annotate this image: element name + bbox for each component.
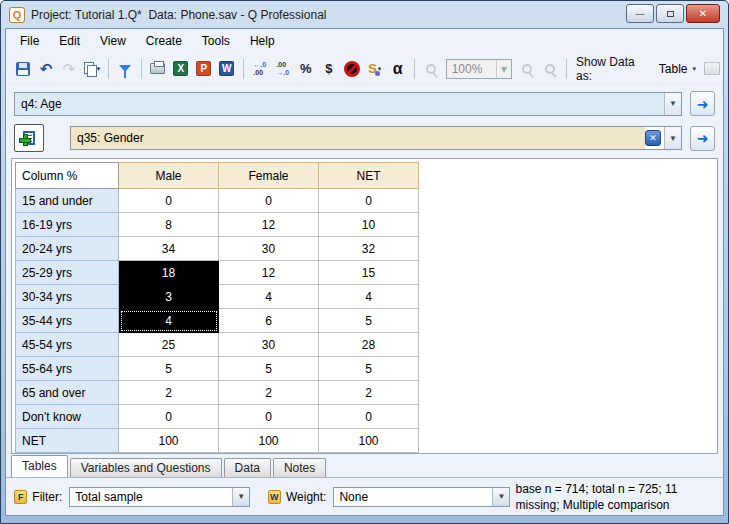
close-button[interactable]: ✕ xyxy=(686,4,720,23)
table-cell[interactable]: 8 xyxy=(119,213,219,237)
export-table-button[interactable] xyxy=(701,58,723,80)
table-cell[interactable]: 5 xyxy=(119,357,219,381)
column-header-female[interactable]: Female xyxy=(219,163,319,189)
table-cell[interactable]: 4 xyxy=(319,285,419,309)
menu-help[interactable]: Help xyxy=(240,29,285,54)
minimize-button[interactable]: — xyxy=(626,4,654,23)
tab-notes[interactable]: Notes xyxy=(273,458,326,477)
menu-file[interactable]: File xyxy=(10,29,49,54)
alpha-icon: α xyxy=(393,61,403,77)
title-bar[interactable]: Q Project: Tutorial 1.Q* Data: Phone.sav… xyxy=(5,1,724,28)
primary-question-value: q4: Age xyxy=(15,93,664,115)
weight-dropdown[interactable]: None ▼ xyxy=(333,487,510,507)
add-question-button[interactable] xyxy=(14,124,44,152)
filter-dropdown[interactable]: Total sample ▼ xyxy=(69,487,250,507)
significance-color-button[interactable]: S▾ xyxy=(364,58,386,80)
primary-question-dropdown[interactable]: q4: Age ▼ xyxy=(14,92,682,116)
filter-button[interactable] xyxy=(114,58,136,80)
table-cell[interactable]: 15 xyxy=(319,261,419,285)
redo-icon: ↷ xyxy=(63,61,76,76)
menu-view[interactable]: View xyxy=(90,29,136,54)
table-cell[interactable]: 100 xyxy=(219,429,319,453)
table-cell[interactable]: 2 xyxy=(219,381,319,405)
maximize-button[interactable] xyxy=(656,4,684,23)
row-label[interactable]: NET xyxy=(16,429,119,453)
apply-secondary-question-button[interactable]: ➜ xyxy=(690,126,715,151)
alpha-button[interactable]: α xyxy=(387,58,409,80)
table-cell[interactable]: 5 xyxy=(319,309,419,333)
secondary-question-dropdown[interactable]: q35: Gender ✕ ▼ xyxy=(70,126,682,150)
table-cell[interactable]: 2 xyxy=(319,381,419,405)
zoom-in-button[interactable] xyxy=(516,58,538,80)
currency-button[interactable]: $ xyxy=(318,58,340,80)
tab-variables-and-questions[interactable]: Variables and Questions xyxy=(70,458,222,477)
row-label[interactable]: 30-34 yrs xyxy=(16,285,119,309)
chevron-down-icon[interactable]: ▼ xyxy=(232,488,249,506)
table-cell[interactable]: 5 xyxy=(319,357,419,381)
table-cell[interactable]: 0 xyxy=(319,405,419,429)
menu-create[interactable]: Create xyxy=(136,29,192,54)
table-cell[interactable]: 12 xyxy=(219,261,319,285)
undo-button[interactable]: ↶ xyxy=(35,58,57,80)
row-label[interactable]: 16-19 yrs xyxy=(16,213,119,237)
menu-edit[interactable]: Edit xyxy=(49,29,90,54)
zoom-selection-button[interactable] xyxy=(539,58,561,80)
redo-button[interactable]: ↷ xyxy=(58,58,80,80)
zoom-out-button[interactable] xyxy=(420,58,442,80)
table-cell[interactable]: 30 xyxy=(219,333,319,357)
print-button[interactable] xyxy=(147,58,169,80)
row-label[interactable]: 65 and over xyxy=(16,381,119,405)
table-cell[interactable]: 0 xyxy=(119,189,219,213)
table-cell[interactable]: 0 xyxy=(219,189,319,213)
table-cell[interactable]: 3 xyxy=(119,285,219,309)
table-cell[interactable]: 28 xyxy=(319,333,419,357)
table-cell[interactable]: 10 xyxy=(319,213,419,237)
show-data-as-dropdown[interactable]: Table ▾ xyxy=(655,60,700,78)
chevron-down-icon[interactable]: ▼ xyxy=(664,93,681,115)
table-cell[interactable]: 0 xyxy=(119,405,219,429)
percent-button[interactable]: % xyxy=(295,58,317,80)
table-cell[interactable]: 30 xyxy=(219,237,319,261)
table-cell[interactable]: 100 xyxy=(119,429,219,453)
tab-data[interactable]: Data xyxy=(224,458,271,477)
row-label[interactable]: 20-24 yrs xyxy=(16,237,119,261)
significance-off-button[interactable] xyxy=(341,58,363,80)
table-cell[interactable]: 12 xyxy=(219,213,319,237)
table-cell[interactable]: 34 xyxy=(119,237,219,261)
remove-question-button[interactable]: ✕ xyxy=(645,130,661,146)
table-cell[interactable]: 2 xyxy=(119,381,219,405)
menu-tools[interactable]: Tools xyxy=(192,29,240,54)
table-cell[interactable]: 6 xyxy=(219,309,319,333)
chevron-down-icon[interactable]: ▼ xyxy=(492,488,509,506)
row-label[interactable]: 25-29 yrs xyxy=(16,261,119,285)
table-cell[interactable]: 4 xyxy=(219,285,319,309)
row-label[interactable]: 45-54 yrs xyxy=(16,333,119,357)
table-cell[interactable]: 0 xyxy=(319,189,419,213)
table-cell[interactable]: 0 xyxy=(219,405,319,429)
zoom-level-combobox[interactable]: 100% ▾ xyxy=(446,59,512,79)
table-cell[interactable]: 4 xyxy=(119,309,219,333)
chevron-down-icon[interactable]: ▼ xyxy=(664,127,681,149)
table-cell[interactable]: 5 xyxy=(219,357,319,381)
table-cell[interactable]: 32 xyxy=(319,237,419,261)
row-label[interactable]: 55-64 yrs xyxy=(16,357,119,381)
row-label[interactable]: 15 and under xyxy=(16,189,119,213)
export-excel-button[interactable]: X xyxy=(170,58,192,80)
export-powerpoint-button[interactable]: P xyxy=(193,58,215,80)
table-cell[interactable]: 18 xyxy=(119,261,219,285)
row-label[interactable]: Don't know xyxy=(16,405,119,429)
table-cell[interactable]: 25 xyxy=(119,333,219,357)
column-header-male[interactable]: Male xyxy=(119,163,219,189)
export-word-button[interactable]: W xyxy=(216,58,238,80)
row-label[interactable]: 35-44 yrs xyxy=(16,309,119,333)
apply-primary-question-button[interactable]: ➜ xyxy=(690,91,715,116)
increase-decimals-button[interactable]: ←.0.00 xyxy=(249,58,271,80)
table-cell[interactable]: 100 xyxy=(319,429,419,453)
copy-button[interactable]: ▾ xyxy=(81,58,103,80)
powerpoint-icon: P xyxy=(196,61,211,76)
statistic-label[interactable]: Column % xyxy=(16,163,119,189)
tab-tables[interactable]: Tables xyxy=(11,455,68,477)
column-header-net[interactable]: NET xyxy=(319,163,419,189)
save-button[interactable] xyxy=(12,58,34,80)
decrease-decimals-button[interactable]: .00→.0 xyxy=(272,58,294,80)
